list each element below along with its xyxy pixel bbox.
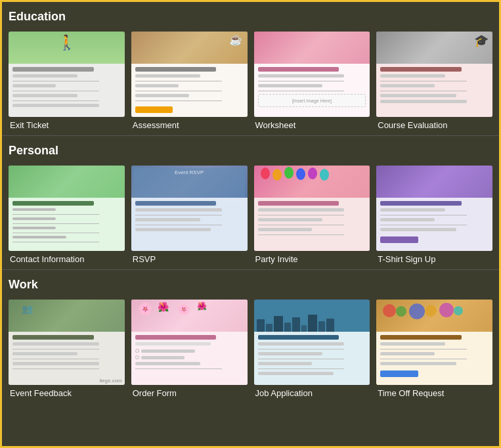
exit-ticket-thumbnail: 🚶 xyxy=(9,32,125,117)
personal-section: Personal Contact Information xyxy=(2,135,499,269)
job-application-card[interactable]: Job Application xyxy=(254,300,370,398)
rsvp-label: RSVP xyxy=(131,254,248,264)
work-title: Work xyxy=(9,278,492,292)
exit-ticket-card[interactable]: 🚶 Exit Ticket xyxy=(9,32,125,130)
tshirt-signup-label: T-Shirt Sign Up xyxy=(376,254,492,264)
education-title: Education xyxy=(9,10,492,24)
time-off-request-thumbnail xyxy=(376,300,492,385)
work-cards-row: 👥 llege.com Event Feedback 🌸 � xyxy=(9,300,492,398)
job-application-label: Job Application xyxy=(254,388,370,398)
assessment-label: Assessment xyxy=(131,120,248,130)
party-invite-label: Party Invite xyxy=(254,254,370,264)
personal-title: Personal xyxy=(9,144,492,158)
worksheet-label: Worksheet xyxy=(254,120,370,130)
tshirt-signup-card[interactable]: T-Shirt Sign Up xyxy=(376,166,492,264)
watermark: llege.com xyxy=(100,378,122,384)
contact-information-thumbnail xyxy=(9,166,125,251)
assessment-card[interactable]: ☕ Assessment xyxy=(131,32,248,130)
job-application-thumbnail xyxy=(254,300,370,385)
event-feedback-thumbnail: 👥 llege.com xyxy=(9,300,125,385)
work-section: Work 👥 llege.com Event Feedback xyxy=(2,269,499,403)
event-feedback-label: Event Feedback xyxy=(9,388,125,398)
event-feedback-card[interactable]: 👥 llege.com Event Feedback xyxy=(9,300,125,398)
party-invite-thumbnail xyxy=(254,166,370,251)
assessment-thumbnail: ☕ xyxy=(131,32,248,117)
course-evaluation-thumbnail: 🎓 xyxy=(376,32,492,117)
education-section: Education 🚶 Exit Ticket xyxy=(2,2,499,135)
party-invite-card[interactable]: Party Invite xyxy=(254,166,370,264)
contact-information-card[interactable]: Contact Information xyxy=(9,166,125,264)
worksheet-card[interactable]: [Insert Image Here] Worksheet xyxy=(254,32,370,130)
order-form-label: Order Form xyxy=(131,388,248,398)
order-form-thumbnail: 🌸 🌺 🌸 🌺 xyxy=(131,300,248,385)
tshirt-signup-thumbnail xyxy=(376,166,492,251)
worksheet-thumbnail: [Insert Image Here] xyxy=(254,32,370,117)
course-evaluation-label: Course Evaluation xyxy=(376,120,492,130)
contact-information-label: Contact Information xyxy=(9,254,125,264)
rsvp-card[interactable]: Event RSVP RSVP xyxy=(131,166,248,264)
time-off-request-label: Time Off Request xyxy=(376,388,492,398)
personal-cards-row: Contact Information Event RSVP RSV xyxy=(9,166,492,264)
rsvp-thumbnail: Event RSVP xyxy=(131,166,248,251)
time-off-request-card[interactable]: Time Off Request xyxy=(376,300,492,398)
order-form-card[interactable]: 🌸 🌺 🌸 🌺 xyxy=(131,300,248,398)
course-evaluation-card[interactable]: 🎓 Course Evaluation xyxy=(376,32,492,130)
education-cards-row: 🚶 Exit Ticket ☕ xyxy=(9,32,492,130)
exit-ticket-label: Exit Ticket xyxy=(9,120,125,130)
